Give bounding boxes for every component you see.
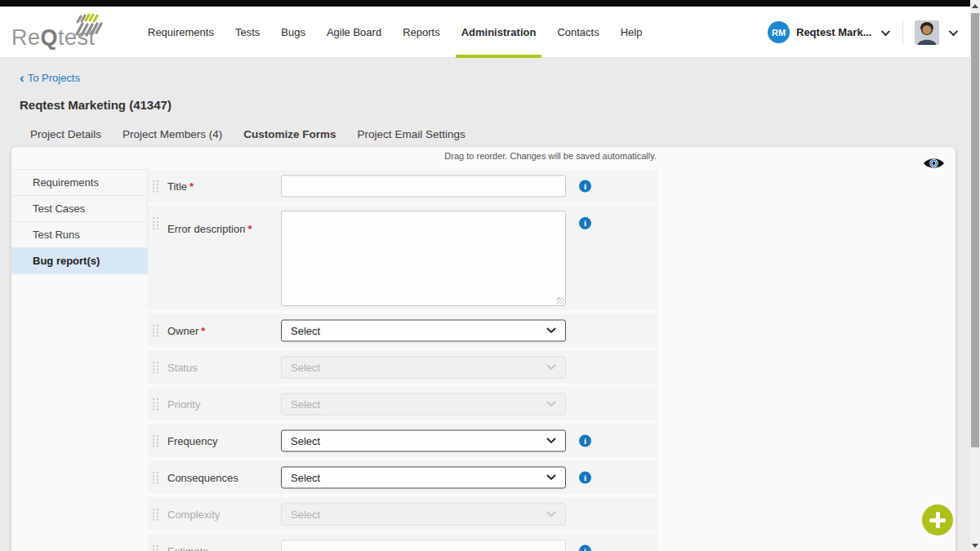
form-fields-column: Title* i Error description* i Owner* Sel… bbox=[148, 170, 658, 551]
required-asterisk: * bbox=[189, 180, 194, 193]
field-row-consequences: Consequences Select i bbox=[148, 460, 658, 494]
estimate-text-input[interactable] bbox=[281, 540, 566, 551]
user-photo-avatar[interactable] bbox=[915, 20, 939, 45]
account-initials-avatar[interactable]: RM bbox=[768, 21, 790, 43]
field-row-owner: Owner* Select bbox=[148, 313, 658, 347]
account-name[interactable]: Reqtest Mark... bbox=[796, 26, 871, 38]
nav-reports[interactable]: Reports bbox=[392, 7, 451, 58]
nav-bugs[interactable]: Bugs bbox=[270, 7, 316, 58]
add-field-fab-button[interactable] bbox=[922, 504, 953, 535]
drag-handle-icon[interactable] bbox=[153, 508, 158, 520]
reqtest-logo[interactable]: ReQtest bbox=[11, 15, 109, 54]
owner-select[interactable]: Select bbox=[281, 319, 566, 341]
field-row-complexity: Complexity Select bbox=[148, 497, 658, 531]
nav-agile-board[interactable]: Agile Board bbox=[316, 7, 392, 58]
info-icon[interactable]: i bbox=[579, 217, 591, 229]
drag-handle-icon[interactable] bbox=[153, 434, 158, 447]
chevron-down-icon bbox=[546, 438, 556, 444]
drag-handle-icon[interactable] bbox=[153, 217, 158, 229]
frequency-select[interactable]: Select bbox=[281, 429, 566, 451]
chevron-down-icon bbox=[546, 327, 556, 334]
field-label: Owner* bbox=[167, 324, 205, 336]
scrollbar-thumb[interactable] bbox=[971, 13, 979, 447]
complexity-select-disabled: Select bbox=[281, 503, 566, 525]
consequences-select[interactable]: Select bbox=[281, 466, 566, 488]
field-label: Estimate bbox=[167, 544, 209, 551]
chevron-down-icon[interactable] bbox=[949, 26, 958, 35]
sidebar-item-test-cases[interactable]: Test Cases bbox=[11, 196, 148, 222]
sidebar-item-test-runs[interactable]: Test Runs bbox=[11, 222, 148, 248]
field-label: Complexity bbox=[167, 508, 220, 520]
field-label: Title* bbox=[167, 180, 194, 193]
chevron-down-icon bbox=[546, 364, 556, 371]
info-icon[interactable]: i bbox=[579, 434, 591, 447]
required-asterisk: * bbox=[247, 223, 252, 235]
nav-contacts[interactable]: Contacts bbox=[546, 7, 609, 58]
eye-preview-icon[interactable] bbox=[923, 156, 945, 171]
user-photo-image bbox=[915, 20, 939, 45]
nav-tests[interactable]: Tests bbox=[225, 7, 270, 58]
field-row-priority: Priority Select bbox=[148, 387, 658, 420]
wing-icon bbox=[67, 13, 105, 38]
field-row-error-description: Error description* i bbox=[148, 206, 658, 310]
scrollbar-up-arrow[interactable] bbox=[970, 0, 980, 11]
drag-handle-icon[interactable] bbox=[153, 544, 158, 551]
status-select-disabled: Select bbox=[281, 356, 566, 378]
page-title: Reqtest Marketing (41347) bbox=[20, 98, 172, 112]
field-label: Error description* bbox=[167, 223, 252, 235]
drag-handle-icon[interactable] bbox=[153, 398, 158, 410]
back-chevron-icon: ‹ bbox=[20, 73, 24, 83]
field-row-title: Title* i bbox=[148, 170, 658, 202]
app-header: ReQtest Requirements Tests Bugs Agile Bo… bbox=[0, 7, 970, 58]
account-area: RM Reqtest Mark... bbox=[768, 7, 959, 58]
error-description-textarea[interactable] bbox=[281, 211, 566, 306]
drag-handle-icon[interactable] bbox=[153, 361, 158, 373]
main-nav: Requirements Tests Bugs Agile Board Repo… bbox=[137, 7, 653, 58]
triangle-down-icon bbox=[972, 544, 978, 548]
drag-handle-icon[interactable] bbox=[153, 471, 158, 483]
breadcrumb-label: To Projects bbox=[28, 72, 80, 84]
chevron-down-icon bbox=[546, 474, 556, 481]
customize-forms-panel: Drag to reorder. Changes will be saved a… bbox=[11, 147, 956, 551]
chevron-down-icon bbox=[546, 401, 556, 407]
drag-handle-icon[interactable] bbox=[153, 180, 158, 193]
header-divider bbox=[902, 20, 903, 45]
field-label: Priority bbox=[167, 398, 200, 410]
info-icon[interactable]: i bbox=[579, 471, 591, 483]
field-label: Status bbox=[167, 361, 198, 373]
drag-hint-text: Drag to reorder. Changes will be saved a… bbox=[148, 151, 657, 161]
form-type-sidebar: Requirements Test Cases Test Runs Bug re… bbox=[11, 169, 148, 274]
field-row-status: Status Select bbox=[148, 350, 658, 384]
sidebar-item-bug-reports[interactable]: Bug report(s) bbox=[11, 248, 148, 274]
drag-handle-icon[interactable] bbox=[153, 324, 158, 336]
nav-administration[interactable]: Administration bbox=[451, 7, 547, 58]
triangle-up-icon bbox=[972, 4, 978, 8]
priority-select-disabled: Select bbox=[281, 393, 566, 415]
field-row-frequency: Frequency Select i bbox=[148, 424, 658, 457]
info-icon[interactable]: i bbox=[579, 180, 591, 193]
chevron-down-icon bbox=[546, 511, 556, 518]
info-icon[interactable]: i bbox=[579, 544, 591, 551]
chevron-down-icon[interactable] bbox=[881, 26, 890, 35]
field-label: Frequency bbox=[167, 434, 217, 447]
field-row-estimate: Estimate i bbox=[148, 534, 658, 551]
nav-help[interactable]: Help bbox=[610, 7, 653, 58]
scrollbar-down-arrow[interactable] bbox=[970, 540, 980, 551]
nav-requirements[interactable]: Requirements bbox=[137, 7, 225, 58]
required-asterisk: * bbox=[201, 324, 205, 336]
field-label: Consequences bbox=[167, 471, 238, 483]
top-black-bar bbox=[0, 0, 970, 7]
breadcrumb-to-projects[interactable]: ‹ To Projects bbox=[20, 72, 80, 84]
page-scrollbar[interactable] bbox=[970, 0, 980, 551]
sidebar-item-requirements[interactable]: Requirements bbox=[11, 170, 148, 196]
title-text-input[interactable] bbox=[281, 176, 566, 198]
